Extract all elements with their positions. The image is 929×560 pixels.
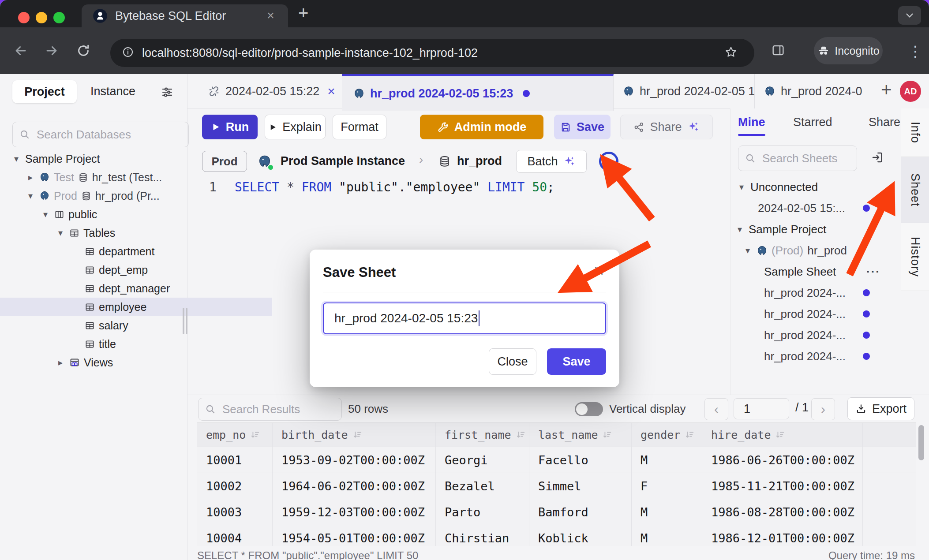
traffic-minimize-button[interactable] [36,12,47,23]
tree-item-table-salary[interactable]: salary [0,316,272,335]
table-row[interactable]: 100011953-09-02T00:00:00ZGeorgiFacelloM1… [197,447,916,473]
worksheet-tab-2-active[interactable]: hr_prod 2024-02-05 15:23 [342,74,614,111]
results-search[interactable] [198,398,342,421]
tree-item-tables-group[interactable]: ▾ Tables [0,224,243,242]
caret-down-icon[interactable]: ▾ [26,190,35,201]
traffic-close-button[interactable] [18,12,30,23]
sheet-tab-mine[interactable]: Mine [738,116,765,129]
sidebar-tab-instance[interactable]: Instance [90,85,135,98]
table-scrollbar[interactable] [918,425,924,460]
sheet-group-unconnected[interactable]: ▾ Unconnected [730,176,907,198]
tree-item-test-db[interactable]: ▸ Test hr_test (Test... [0,168,213,187]
reload-icon[interactable] [76,43,91,60]
side-tab-sheet[interactable]: Sheet [901,157,929,223]
user-avatar[interactable]: AD [900,81,921,102]
sheet-item-sample[interactable]: Sample Sheet ··· [730,261,929,282]
breadcrumb-instance[interactable]: Prod Sample Instance [281,154,405,168]
sheet-group-database[interactable]: ▾ (Prod) hr_prod [730,240,914,261]
modal-close-button[interactable]: Close [489,348,536,375]
sidebar-tab-project[interactable]: Project [12,80,77,103]
worksheet-tab-3[interactable]: hr_prod 2024-02-05 15:43 × [613,74,755,108]
tree-item-table-dept-manager[interactable]: dept_manager [0,279,272,298]
tree-item-table-title[interactable]: title [0,335,272,353]
tab-close-icon[interactable]: × [267,8,274,23]
new-tab-icon[interactable]: + [298,3,308,23]
star-icon[interactable] [724,45,738,60]
tab-close-icon[interactable]: × [327,84,335,99]
export-button[interactable]: Export [847,397,914,420]
traffic-zoom-button[interactable] [53,12,65,23]
tree-item-table-department[interactable]: department [0,242,272,261]
worksheet-tab-4[interactable]: hr_prod 2024-0 [754,74,873,108]
sort-icon[interactable] [775,430,785,440]
tree-item-table-dept-emp[interactable]: dept_emp [0,261,272,279]
tab-search-button[interactable] [898,6,921,25]
filter-icon[interactable] [161,86,174,101]
sheet-item[interactable]: hr_prod 2024-... [730,325,929,346]
caret-down-icon[interactable]: ▾ [11,153,21,164]
results-search-input[interactable] [221,402,335,417]
sheet-item[interactable]: 2024-02-05 15:... [730,198,929,219]
modal-save-button[interactable]: Save [547,348,606,375]
caret-down-icon[interactable]: ▾ [41,209,50,220]
column-header[interactable]: gender [632,423,702,447]
sheet-tab-starred[interactable]: Starred [793,116,832,129]
database-search-input[interactable] [36,127,182,142]
sheet-tab-share[interactable]: Share [869,116,900,129]
caret-down-icon[interactable]: ▾ [737,182,746,192]
explain-button[interactable]: Explain [265,115,326,139]
sheet-item[interactable]: hr_prod 2024-... [730,346,929,367]
address-bar[interactable]: localhost:8080/sql-editor/prod-sample-in… [110,39,754,67]
column-header[interactable]: hire_date [702,423,863,447]
column-header[interactable]: first_name [436,423,529,447]
splitter-handle[interactable] [183,308,184,334]
sheet-item[interactable]: hr_prod 2024-... [730,303,929,325]
side-tab-history[interactable]: History [901,223,929,291]
format-button[interactable]: Format [333,115,386,139]
column-header[interactable]: birth_date [273,423,436,447]
page-input[interactable]: 1 [734,398,789,419]
splitter-handle[interactable] [186,308,187,334]
caret-down-icon[interactable]: ▾ [56,228,65,238]
tree-item-prod-db[interactable]: ▾ Prod hr_prod (Pr... [0,187,213,205]
table-row[interactable]: 100041954-05-01T00:00:00ZChirstianKoblic… [197,525,916,546]
worksheet-tab-1[interactable]: 2024-02-05 15:22 × [197,74,342,108]
caret-right-icon[interactable]: ▸ [56,357,65,368]
table-row[interactable]: 100021964-06-02T00:00:00ZBezalelSimmelF1… [197,473,916,499]
caret-down-icon[interactable]: ▾ [735,224,745,235]
sheet-search[interactable] [738,146,857,171]
forward-icon[interactable] [44,43,59,60]
info-icon[interactable] [122,46,134,60]
sort-icon[interactable] [602,430,612,440]
share-button[interactable]: Share [620,115,713,139]
back-icon[interactable] [13,43,28,60]
close-icon[interactable]: × [594,261,604,281]
more-icon[interactable]: ··· [866,265,880,279]
admin-mode-button[interactable]: Admin mode [420,115,543,139]
sort-icon[interactable] [250,430,260,440]
sql-code-line[interactable]: SELECT * FROM "public"."employee" LIMIT … [235,180,554,194]
table-row[interactable]: 100031959-12-03T00:00:00ZPartoBamfordM19… [197,499,916,525]
prev-page-button[interactable]: ‹ [704,398,728,420]
sheet-item[interactable]: hr_prod 2024-... [730,282,929,303]
tree-item-views-group[interactable]: ▸ Views [0,353,243,372]
sort-icon[interactable] [685,430,694,440]
breadcrumb-database[interactable]: hr_prod [457,154,502,168]
open-sheet-icon[interactable] [871,151,884,166]
caret-right-icon[interactable]: ▸ [26,172,35,183]
run-button[interactable]: Run [202,115,258,139]
kebab-menu-icon[interactable]: ⋮ [908,42,923,60]
browser-tab[interactable]: Bytebase SQL Editor × [82,4,288,27]
sheet-name-input[interactable]: hr_prod 2024-02-05 15:23 [323,302,606,334]
results-rows[interactable]: 100011953-09-02T00:00:00ZGeorgiFacelloM1… [197,447,916,546]
save-button[interactable]: Save [554,115,611,139]
column-header[interactable]: emp_no [197,423,273,447]
new-worksheet-icon[interactable]: + [881,79,892,101]
side-tab-info[interactable]: Info [901,108,929,157]
next-page-button[interactable]: › [811,398,835,420]
sheet-group-project[interactable]: ▾ Sample Project [730,219,906,240]
batch-button[interactable]: Batch [516,150,587,173]
column-header[interactable]: last_name [529,423,632,447]
database-search[interactable] [12,122,189,147]
caret-down-icon[interactable]: ▾ [743,245,753,256]
